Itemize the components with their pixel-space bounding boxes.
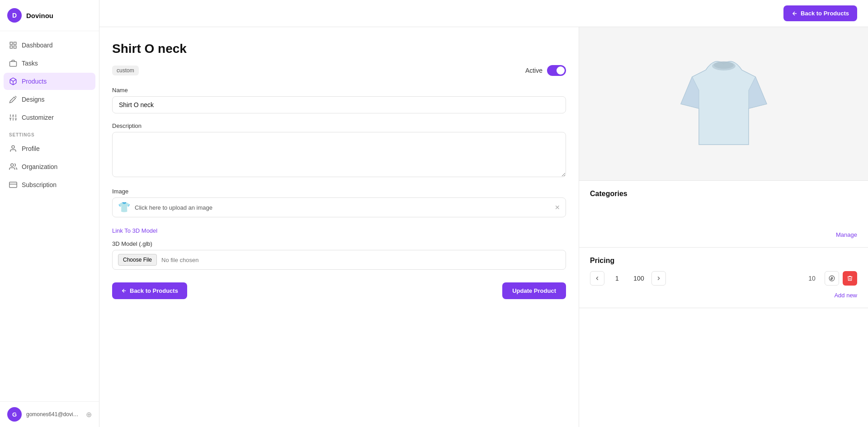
app-name: Dovinou <box>26 12 53 19</box>
user-avatar: G <box>7 407 22 422</box>
sidebar-item-label: Customizer <box>22 114 54 121</box>
pricing-prev-button[interactable] <box>590 271 604 286</box>
chevron-left-icon <box>594 275 600 282</box>
sidebar-item-customizer[interactable]: Customizer <box>4 109 95 126</box>
image-field-group: Image 👕 Click here to upload an image ✕ <box>112 188 566 217</box>
back-to-products-button[interactable]: Back to Products <box>112 282 187 299</box>
image-label: Image <box>112 188 566 195</box>
sidebar-item-label: Tasks <box>22 60 38 67</box>
credit-card-icon <box>9 181 17 189</box>
pricing-section: Pricing 1 100 10 Add new <box>579 248 868 308</box>
chevron-right-icon <box>656 275 662 282</box>
model-label: 3D Model (.glb) <box>112 240 566 247</box>
sidebar: D Dovinou Dashboard Tasks Products Desig… <box>0 0 99 427</box>
pricing-delete-button[interactable] <box>843 271 857 286</box>
update-product-button[interactable]: Update Product <box>502 282 566 299</box>
custom-tag-badge: custom <box>112 66 139 75</box>
pricing-amount: 10 <box>803 275 821 282</box>
name-input[interactable] <box>112 96 566 113</box>
form-area: Shirt O neck custom Active Name Descript… <box>99 27 579 427</box>
sidebar-item-label: Dashboard <box>22 42 53 49</box>
grid-icon <box>9 41 17 49</box>
description-field-group: Description <box>112 122 566 179</box>
svg-rect-0 <box>10 42 12 44</box>
settings-icon[interactable]: ⊕ <box>86 410 92 419</box>
description-textarea[interactable] <box>112 132 566 177</box>
back-to-products-top-button[interactable]: Back to Products <box>783 5 857 21</box>
briefcase-icon <box>9 59 17 67</box>
sidebar-item-designs[interactable]: Designs <box>4 91 95 108</box>
users-icon <box>9 163 17 171</box>
pen-icon <box>9 95 17 103</box>
file-input-row: Choose File No file chosen <box>112 250 566 270</box>
pricing-currency-button[interactable] <box>825 271 839 286</box>
arrow-left-icon <box>792 10 798 17</box>
user-icon <box>9 145 17 153</box>
sidebar-logo: D Dovinou <box>0 0 99 31</box>
sidebar-item-label: Organization <box>22 163 57 170</box>
svg-point-17 <box>11 164 14 166</box>
categories-title: Categories <box>590 190 857 198</box>
pricing-title: Pricing <box>590 257 857 265</box>
active-label: Active <box>525 67 542 74</box>
sliders-icon <box>9 113 17 122</box>
categories-section: Categories Manage <box>579 181 868 248</box>
topbar: Back to Products <box>99 0 868 27</box>
svg-line-6 <box>15 96 17 98</box>
svg-rect-18 <box>9 182 17 188</box>
tag-active-row: custom Active <box>112 65 566 76</box>
main-content: Shirt O neck custom Active Name Descript… <box>99 27 868 427</box>
box-icon <box>9 77 17 85</box>
pricing-next-button[interactable] <box>651 271 666 286</box>
dollar-icon <box>829 275 835 282</box>
model-field-group: 3D Model (.glb) Choose File No file chos… <box>112 240 566 270</box>
right-panel: Categories Manage Pricing 1 100 10 <box>579 27 868 427</box>
choose-file-button[interactable]: Choose File <box>118 254 157 266</box>
form-bottom-row: Back to Products Update Product <box>112 282 566 299</box>
pricing-min-value: 1 <box>608 275 626 282</box>
pricing-max-value: 100 <box>630 275 648 282</box>
arrow-left-icon <box>121 288 127 294</box>
image-upload-row[interactable]: 👕 Click here to upload an image ✕ <box>112 197 566 217</box>
page-title: Shirt O neck <box>112 42 566 56</box>
sidebar-item-products[interactable]: Products <box>4 73 95 90</box>
svg-rect-3 <box>10 46 12 48</box>
description-label: Description <box>112 122 566 129</box>
sidebar-item-profile[interactable]: Profile <box>4 140 95 157</box>
svg-point-24 <box>714 61 734 69</box>
sidebar-item-label: Products <box>22 78 47 85</box>
product-preview <box>579 27 868 181</box>
sidebar-item-label: Profile <box>22 145 40 152</box>
sidebar-item-organization[interactable]: Organization <box>4 158 95 175</box>
link-3d-model[interactable]: Link To 3D Model <box>112 227 157 234</box>
svg-rect-2 <box>14 46 16 48</box>
trash-icon <box>847 275 853 282</box>
add-new-pricing-link[interactable]: Add new <box>590 292 857 299</box>
no-file-label: No file chosen <box>161 257 198 263</box>
upload-clear-icon[interactable]: ✕ <box>555 204 560 211</box>
manage-categories-link[interactable]: Manage <box>590 231 857 238</box>
sidebar-footer: G gomones641@dovinou.com ⊕ <box>0 401 99 427</box>
svg-rect-4 <box>10 61 17 66</box>
sidebar-item-dashboard[interactable]: Dashboard <box>4 37 95 54</box>
upload-label[interactable]: Click here to upload an image <box>135 204 550 211</box>
settings-section-label: SETTINGS <box>4 127 95 140</box>
sidebar-item-tasks[interactable]: Tasks <box>4 55 95 72</box>
user-email: gomones641@dovinou.com <box>26 411 81 418</box>
active-toggle[interactable] <box>547 65 566 76</box>
svg-rect-1 <box>14 42 16 44</box>
app-logo-avatar: D <box>7 8 22 23</box>
name-field-group: Name <box>112 87 566 113</box>
sidebar-item-subscription[interactable]: Subscription <box>4 176 95 193</box>
categories-area <box>590 204 857 231</box>
sidebar-item-label: Subscription <box>22 181 57 188</box>
sidebar-item-label: Designs <box>22 96 45 103</box>
svg-point-16 <box>12 145 14 148</box>
shirt-upload-icon: 👕 <box>118 202 130 213</box>
sidebar-nav: Dashboard Tasks Products Designs Customi… <box>0 31 99 401</box>
active-toggle-row: Active <box>525 65 566 76</box>
tshirt-image <box>679 50 769 158</box>
pricing-row: 1 100 10 <box>590 271 857 286</box>
name-label: Name <box>112 87 566 94</box>
